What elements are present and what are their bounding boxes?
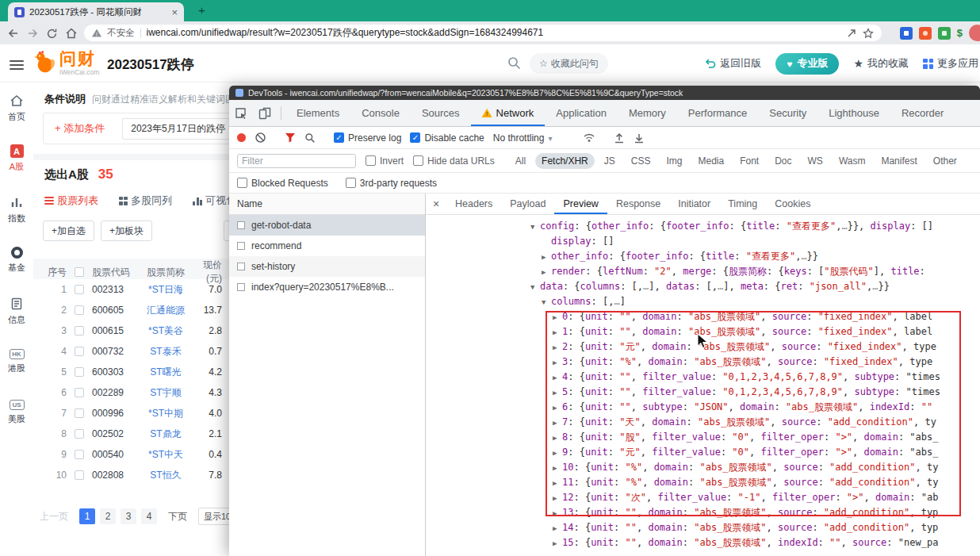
header-name[interactable]: 股票简称 bbox=[138, 266, 193, 279]
network-request-row[interactable]: get-robot-data bbox=[229, 215, 425, 236]
json-tree-row[interactable]: ▶7: {unit: "天", domain: "abs_股票领域", sour… bbox=[426, 415, 980, 430]
stock-name-link[interactable]: *ST美谷 bbox=[138, 324, 193, 338]
pagination-page[interactable]: 3 bbox=[121, 508, 136, 524]
disclosure-triangle-icon[interactable]: ▶ bbox=[553, 416, 562, 430]
header-checkbox[interactable] bbox=[68, 267, 90, 277]
request-type-filter[interactable]: All bbox=[509, 153, 532, 169]
pagination-page[interactable]: 4 bbox=[141, 508, 157, 524]
network-request-row[interactable]: index?query=20230517%E8%B... bbox=[229, 277, 425, 297]
add-board-button[interactable]: +加板块 bbox=[101, 220, 152, 241]
row-checkbox[interactable] bbox=[68, 470, 90, 480]
stock-code[interactable]: 000732 bbox=[92, 346, 136, 357]
stock-code[interactable]: 002313 bbox=[92, 284, 136, 295]
checkbox-checked-icon[interactable] bbox=[410, 132, 420, 143]
checkbox-unchecked-icon[interactable] bbox=[366, 155, 376, 166]
row-checkbox[interactable] bbox=[68, 450, 90, 459]
request-type-filter[interactable]: Manifest bbox=[875, 153, 923, 169]
reload-icon[interactable] bbox=[43, 25, 60, 42]
search-icon[interactable] bbox=[507, 56, 521, 70]
stock-code[interactable]: 000540 bbox=[92, 449, 136, 460]
filter-funnel-icon[interactable] bbox=[285, 132, 296, 143]
not-secure-icon[interactable] bbox=[92, 29, 101, 37]
collect-question-button[interactable]: 收藏此问句 bbox=[530, 53, 608, 74]
stock-code[interactable]: 000615 bbox=[92, 325, 136, 336]
request-type-filter[interactable]: Doc bbox=[768, 153, 798, 169]
json-tree-row[interactable]: ▶9: {unit: "元", filter_value: "0", filte… bbox=[426, 445, 980, 460]
devtools-tab[interactable]: Application bbox=[545, 100, 618, 126]
row-checkbox[interactable] bbox=[68, 429, 90, 439]
back-old-version-button[interactable]: 返回旧版 bbox=[705, 56, 761, 71]
request-type-filter[interactable]: Other bbox=[927, 153, 963, 169]
json-tree-row[interactable]: ▶8: {unit: "股", filter_value: "0", filte… bbox=[426, 430, 980, 445]
stock-code[interactable]: 600303 bbox=[92, 366, 136, 378]
network-request-row[interactable]: recommend bbox=[229, 236, 425, 256]
row-checkbox[interactable] bbox=[68, 326, 90, 336]
security-label[interactable]: 不安全 bbox=[107, 27, 135, 39]
devtools-tab[interactable]: Elements bbox=[285, 100, 350, 126]
json-tree-row[interactable]: ▼config: {other_info: {footer_info: {tit… bbox=[426, 219, 980, 234]
row-checkbox[interactable] bbox=[68, 367, 90, 377]
my-favorites-button[interactable]: 我的收藏 bbox=[853, 56, 909, 71]
stock-name-link[interactable]: ST曙光 bbox=[138, 366, 193, 379]
checkbox-checked-icon[interactable] bbox=[334, 132, 344, 143]
json-tree-row[interactable]: ▶display: [] bbox=[426, 234, 980, 249]
row-checkbox[interactable] bbox=[68, 305, 90, 315]
json-tree-row[interactable]: ▶12: {unit: "次", filter_value: "-1", fil… bbox=[426, 490, 980, 505]
header-code[interactable]: 股票代码 bbox=[92, 266, 136, 279]
hide-data-urls-toggle[interactable]: Hide data URLs bbox=[413, 155, 495, 167]
json-tree-row[interactable]: ▶13: {unit: "", domain: "abs_股票领域", sour… bbox=[426, 505, 980, 520]
disclosure-triangle-icon[interactable]: ▼ bbox=[530, 220, 540, 234]
inspect-element-icon[interactable] bbox=[229, 100, 253, 126]
network-request-row[interactable]: set-history bbox=[229, 256, 425, 277]
home-icon[interactable] bbox=[63, 25, 80, 42]
devtools-tab[interactable]: Lighthouse bbox=[817, 100, 890, 126]
json-tree-row[interactable]: ▼data: {columns: [,…], datas: [,…], meta… bbox=[426, 279, 980, 294]
detail-tab[interactable]: Headers bbox=[446, 194, 501, 214]
devtools-tab[interactable]: Sources bbox=[411, 100, 471, 126]
search-input[interactable] bbox=[105, 55, 494, 74]
stock-name-link[interactable]: *ST中天 bbox=[138, 448, 193, 462]
extension-icon-blue[interactable] bbox=[900, 27, 913, 40]
stock-code[interactable]: 002289 bbox=[92, 387, 136, 398]
invert-toggle[interactable]: Invert bbox=[366, 155, 404, 167]
request-type-filter[interactable]: CSS bbox=[625, 153, 657, 169]
menu-icon[interactable] bbox=[10, 58, 24, 72]
disclosure-triangle-icon[interactable]: ▶ bbox=[553, 461, 562, 475]
detail-tab[interactable]: Cookies bbox=[766, 194, 819, 214]
profile-avatar[interactable] bbox=[969, 25, 980, 41]
sidebar-item-index[interactable]: 指数 bbox=[0, 184, 33, 235]
disclosure-triangle-icon[interactable]: ▼ bbox=[530, 280, 540, 294]
filter-input[interactable] bbox=[237, 154, 356, 168]
disable-cache-toggle[interactable]: Disable cache bbox=[410, 132, 484, 144]
request-type-filter[interactable]: Fetch/XHR bbox=[535, 153, 595, 169]
stock-name-link[interactable]: ST鼎龙 bbox=[138, 428, 193, 441]
json-tree-row[interactable]: ▶1: {unit: "", domain: "abs_股票领域", sourc… bbox=[426, 324, 980, 339]
disclosure-triangle-icon[interactable]: ▶ bbox=[553, 385, 562, 400]
json-tree-row[interactable]: ▶11: {unit: "%", domain: "abs_股票领域", sou… bbox=[426, 475, 980, 490]
request-type-filter[interactable]: WS bbox=[802, 153, 829, 169]
export-har-icon[interactable] bbox=[634, 132, 645, 144]
disclosure-triangle-icon[interactable]: ▶ bbox=[553, 491, 562, 505]
add-condition-button[interactable]: + 添加条件 bbox=[55, 121, 105, 136]
address-bar[interactable]: 不安全 iwencai.com/unifiedwap/result?w=2023… bbox=[84, 25, 882, 41]
detail-tab[interactable]: Response bbox=[607, 194, 669, 214]
row-checkbox[interactable] bbox=[68, 347, 90, 356]
disclosure-triangle-icon[interactable]: ▶ bbox=[553, 355, 562, 370]
stock-name-link[interactable]: ST恒久 bbox=[138, 469, 193, 482]
sidebar-item-a-shares[interactable]: A股 bbox=[0, 133, 33, 184]
detail-tab[interactable]: Preview bbox=[554, 194, 607, 214]
stock-name-link[interactable]: 汇通能源 bbox=[138, 304, 193, 317]
devtools-tab[interactable]: Recorder bbox=[890, 100, 955, 126]
disclosure-triangle-icon[interactable]: ▶ bbox=[553, 340, 562, 355]
json-tree-row[interactable]: ▶5: {unit: "", filter_value: "0,1,2,3,4,… bbox=[426, 385, 980, 400]
request-type-filter[interactable]: Wasm bbox=[833, 153, 872, 169]
sidebar-item-us[interactable]: US 美股 bbox=[0, 387, 33, 438]
row-checkbox[interactable] bbox=[68, 388, 90, 397]
stock-code[interactable]: 002502 bbox=[92, 428, 136, 439]
more-apps-button[interactable]: 更多应用 bbox=[923, 56, 978, 71]
row-checkbox[interactable] bbox=[68, 408, 90, 418]
back-icon[interactable] bbox=[5, 25, 22, 42]
bookmark-star-icon[interactable] bbox=[863, 28, 874, 39]
stock-code[interactable]: 002808 bbox=[92, 470, 136, 481]
request-type-filter[interactable]: Media bbox=[691, 153, 730, 169]
